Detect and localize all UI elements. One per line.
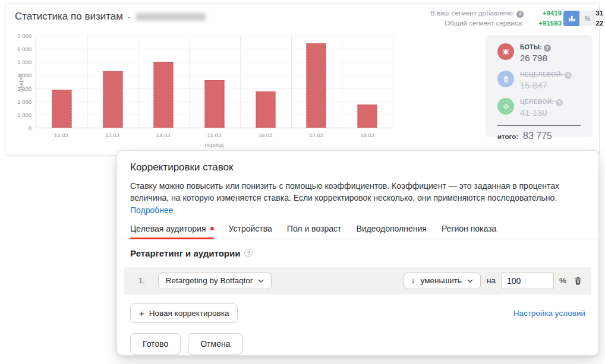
x-tick-label: 12.03	[36, 132, 87, 138]
stat-item-bots: БОТЫ: ? 26 798	[497, 43, 581, 63]
tab-target-audience[interactable]: Целевая аудитория	[130, 224, 214, 239]
chevron-down-icon	[467, 279, 473, 283]
on-label: на	[487, 276, 496, 285]
done-button[interactable]: Готово	[130, 333, 181, 354]
segment-added-label: В ваш сегмент добавлено: ?	[430, 9, 524, 18]
tab-display-region[interactable]: Регион показа	[442, 224, 496, 239]
section-title: Ретаргетинг и аудитории	[130, 248, 240, 258]
help-icon[interactable]: ?	[516, 11, 524, 18]
bar-17.03	[307, 43, 326, 128]
tab-gender-age[interactable]: Пол и возраст	[287, 224, 342, 239]
bar-cell	[36, 36, 87, 128]
tab-video-extensions[interactable]: Видеодополнения	[356, 224, 426, 239]
stat-item-nontarget: НЕЦЕЛЕВОЙ: ? 15 847	[497, 71, 581, 90]
actions-row: + Новая корректировка Настройка условий	[130, 303, 585, 323]
stat-value-bots: 26 798	[520, 53, 551, 63]
masked-domain	[136, 13, 206, 21]
stat-total-row: итого: 83 775	[497, 131, 581, 141]
delete-row-button[interactable]	[573, 276, 583, 286]
help-icon[interactable]: ?	[244, 249, 253, 257]
x-tick-label: 13.03	[87, 132, 138, 138]
bug-icon	[497, 43, 514, 60]
audience-dropdown[interactable]: Retargeting by Botfaqtor	[158, 273, 272, 289]
page: Статистика по визитам - В ваш сегмент до…	[0, 0, 605, 364]
bar-cell	[189, 36, 240, 128]
gridline	[393, 36, 393, 128]
stat-item-target: ЦЕЛЕВОЙ: ? 41 130	[497, 98, 581, 118]
conditions-link[interactable]: Настройка условий	[513, 309, 585, 318]
y-tick-label: 4 000	[17, 72, 31, 78]
stat-value-nontarget: 15 847	[520, 80, 572, 90]
stat-value-target: 41 130	[520, 107, 563, 118]
modal-footer: Готово Отмена	[130, 333, 585, 354]
percent-value-input[interactable]	[502, 273, 554, 289]
view-toggle: %	[563, 11, 595, 26]
chart-view-button[interactable]	[563, 11, 579, 26]
help-icon[interactable]: ?	[565, 72, 572, 79]
x-tick-label: 16.03	[240, 132, 291, 138]
segment-service-label: Общий сегмент сервиса:	[430, 19, 524, 27]
y-tick-label: 7 000	[17, 33, 31, 39]
total-label: итого:	[497, 133, 518, 140]
direction-dropdown[interactable]: ↓ уменьшить	[404, 273, 481, 289]
y-tick-label: 2 000	[17, 98, 31, 105]
tab-devices[interactable]: Устройства	[229, 224, 272, 239]
section-title-row: Ретаргетинг и аудитории ?	[130, 248, 585, 258]
x-tick-label: 15.03	[189, 132, 240, 138]
title-separator: -	[128, 12, 131, 22]
chevron-down-icon	[258, 279, 264, 283]
y-tick-label: 6 000	[17, 46, 31, 52]
total-value: 83 775	[523, 131, 552, 141]
card-title-row: Статистика по визитам -	[15, 11, 206, 23]
more-link[interactable]: Подробнее	[130, 205, 174, 215]
help-icon[interactable]: ?	[544, 45, 551, 52]
help-icon[interactable]: ?	[556, 99, 563, 106]
x-tick-label: 18.03	[342, 132, 393, 138]
bar-12.03	[52, 90, 71, 128]
percent-sign: %	[559, 276, 566, 285]
x-axis-title: период	[36, 141, 393, 148]
stat-label-target: ЦЕЛЕВОЙ:	[520, 98, 554, 105]
tab-alert-dot	[210, 227, 214, 230]
percent-icon: %	[585, 15, 591, 22]
bar-cell	[291, 36, 342, 128]
chart-plot: 01 0002 0003 0004 0005 0006 0007 000	[36, 36, 393, 128]
y-tick-label: 1 000	[17, 111, 31, 118]
bid-adjustments-modal: Корректировки ставок Ставку можно повыси…	[116, 150, 599, 356]
bar-cell	[240, 36, 291, 128]
segment-added-delta: +9419	[531, 9, 562, 18]
stat-label-nontarget: НЕЦЕЛЕВОЙ:	[520, 71, 563, 78]
stat-label-bots: БОТЫ:	[520, 43, 542, 50]
page-title: Статистика по визитам	[15, 11, 123, 23]
bar-15.03	[205, 80, 225, 128]
y-tick-label: 5 000	[17, 59, 31, 65]
percent-view-button[interactable]: %	[579, 11, 595, 26]
new-adjustment-button[interactable]: + Новая корректировка	[130, 303, 238, 323]
segment-service-delta: +91593	[531, 19, 562, 27]
target-icon	[497, 98, 514, 115]
bar-13.03	[103, 71, 122, 128]
trash-circle-icon	[497, 71, 514, 87]
bar-cell	[342, 36, 393, 128]
tabs: Целевая аудитория Устройства Пол и возра…	[117, 224, 598, 239]
panel-divider	[497, 125, 581, 126]
traffic-breakdown-panel: БОТЫ: ? 26 798 НЕЦЕЛЕВОЙ: ? 15 847 ЦЕЛЕВ…	[486, 35, 593, 137]
adjustment-row: 1. Retargeting by Botfaqtor ↓ уменьшить …	[124, 267, 591, 295]
bar-16.03	[256, 91, 275, 128]
trash-icon	[573, 276, 583, 286]
bar-cell	[138, 36, 189, 128]
cancel-button[interactable]: Отмена	[188, 333, 242, 354]
modal-description: Ставку можно повысить или понизить с пом…	[130, 180, 591, 216]
modal-title: Корректировки ставок	[130, 162, 585, 173]
bar-14.03	[154, 62, 174, 128]
bar-chart-icon	[568, 14, 576, 23]
plus-icon: +	[139, 308, 144, 318]
bar-cell	[87, 36, 138, 128]
x-tick-label: 17.03	[291, 132, 342, 138]
bar-18.03	[358, 105, 377, 128]
row-index: 1.	[138, 276, 145, 285]
arrow-down-icon: ↓	[411, 276, 415, 285]
x-tick-label: 14.03	[138, 132, 189, 138]
y-tick-label: 0	[29, 125, 31, 131]
y-tick-label: 3 000	[17, 85, 31, 91]
